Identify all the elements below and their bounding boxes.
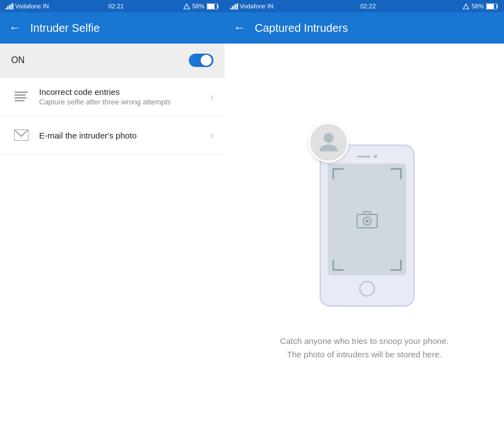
corner-br [391, 260, 402, 271]
svg-rect-20 [497, 5, 498, 8]
chevron-icon-email-photo: › [210, 130, 213, 141]
right-main-content: Catch anyone who tries to snoop your pho… [225, 44, 504, 440]
right-status-carrier-area: Vodafone IN [230, 3, 274, 9]
right-panel: Vodafone IN 02:22 58% ← Captured Intrude… [225, 0, 504, 440]
setting-title-incorrect-code: Incorrect code entries [39, 87, 210, 97]
svg-rect-8 [15, 92, 28, 93]
right-time: 02:22 [360, 3, 376, 9]
svg-rect-13 [230, 8, 231, 9]
on-label: ON [11, 55, 25, 65]
svg-rect-19 [487, 4, 494, 9]
right-toolbar-title: Captured Intruders [255, 22, 348, 35]
left-back-button[interactable]: ← [9, 21, 21, 35]
corner-tl [332, 168, 344, 179]
svg-rect-4 [12, 3, 13, 9]
svg-rect-17 [237, 3, 238, 9]
setting-item-incorrect-code[interactable]: Incorrect code entries Capture selfie af… [0, 78, 225, 116]
svg-rect-9 [15, 94, 26, 96]
svg-rect-2 [9, 5, 10, 9]
left-battery-pct: 58% [192, 3, 205, 9]
right-status-bar: Vodafone IN 02:22 58% [225, 0, 504, 12]
right-alarm-icon [463, 3, 469, 9]
left-status-carrier-area: Vodafone IN [6, 3, 49, 9]
svg-rect-11 [15, 100, 25, 102]
svg-point-21 [324, 133, 334, 143]
svg-rect-10 [15, 97, 27, 99]
right-status-right: 58% [463, 3, 498, 9]
corner-bl [332, 260, 344, 271]
battery-icon [207, 3, 219, 9]
bottom-text: Catch anyone who tries to snoop your pho… [280, 334, 449, 361]
svg-rect-3 [11, 4, 12, 9]
person-envelope-icon [317, 132, 340, 152]
svg-rect-0 [6, 8, 7, 9]
setting-item-email-photo[interactable]: E-mail the intruder's photo › [0, 116, 225, 155]
left-panel: Vodafone IN 02:21 58% ← Intruder Selfie … [0, 0, 225, 440]
svg-rect-14 [232, 6, 233, 9]
left-status-right: 58% [183, 3, 219, 9]
on-toggle-row[interactable]: ON [0, 44, 225, 78]
avatar-circle [308, 122, 349, 162]
settings-list: Incorrect code entries Capture selfie af… [0, 78, 225, 440]
left-status-bar: Vodafone IN 02:21 58% [0, 0, 225, 12]
right-back-button[interactable]: ← [234, 21, 246, 35]
camera-icon [356, 210, 378, 229]
right-carrier: Vodafone IN [240, 3, 274, 9]
corner-tr [391, 168, 402, 179]
svg-rect-15 [234, 5, 235, 9]
left-time: 02:21 [108, 3, 124, 9]
svg-rect-7 [217, 5, 218, 8]
setting-title-email-photo: E-mail the intruder's photo [39, 131, 210, 140]
svg-rect-6 [207, 4, 215, 9]
svg-rect-16 [235, 4, 236, 9]
toggle-knob [201, 55, 212, 66]
left-toolbar-title: Intruder Selfie [30, 22, 100, 35]
setting-text-email-photo: E-mail the intruder's photo [39, 131, 210, 140]
bottom-text-line1: Catch anyone who tries to snoop your pho… [280, 336, 449, 346]
signal-icon [6, 3, 13, 9]
phone-screen [328, 164, 406, 275]
chevron-icon-incorrect-code: › [210, 91, 213, 103]
phone-illustration [303, 122, 426, 312]
svg-rect-1 [7, 6, 8, 9]
alarm-icon [183, 3, 190, 9]
setting-subtitle-incorrect-code: Capture selfie after three wrong attempt… [39, 98, 210, 106]
phone-body [320, 145, 415, 307]
right-battery-pct: 58% [472, 3, 484, 9]
envelope-icon [11, 125, 31, 145]
right-signal-icon [230, 3, 238, 9]
left-carrier: Vodafone IN [15, 3, 49, 9]
left-toolbar: ← Intruder Selfie [0, 12, 225, 44]
bottom-text-line2: The photo of intruders will be stored he… [287, 350, 442, 359]
svg-point-24 [365, 219, 369, 223]
lines-icon [11, 87, 31, 107]
setting-text-incorrect-code: Incorrect code entries Capture selfie af… [39, 87, 210, 106]
right-toolbar: ← Captured Intruders [225, 12, 504, 44]
home-button [359, 281, 375, 296]
toggle-switch[interactable] [189, 54, 213, 67]
right-battery-icon [486, 3, 498, 9]
